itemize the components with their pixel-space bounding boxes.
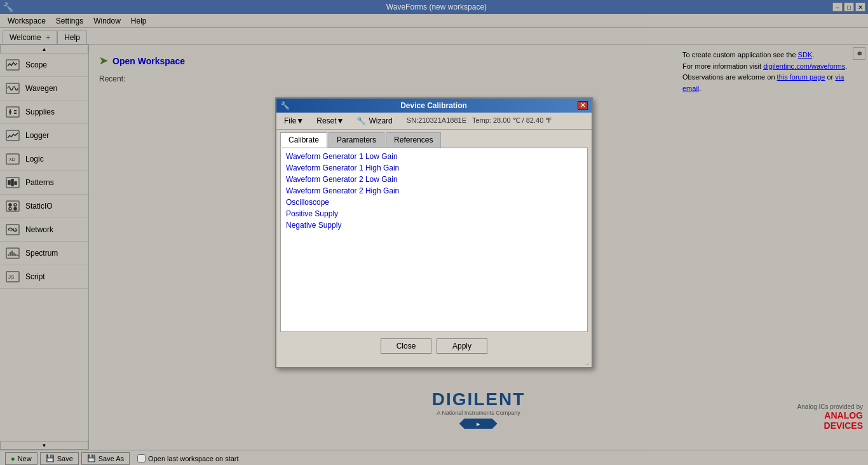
modal-reset-button[interactable]: Reset▼ [313,115,348,127]
modal-tab-bar: Calibrate Parameters References [276,130,592,148]
modal-close-button[interactable]: Close [381,338,431,354]
modal-tab-calibrate[interactable]: Calibrate [280,132,327,148]
modal-app-icon: 🔧 [280,101,290,110]
modal-tab-parameters[interactable]: Parameters [329,132,384,148]
device-calibration-modal: 🔧 Device Calibration ✕ File▼ Reset▼ 🔧 Wi… [275,97,593,368]
modal-wizard-button[interactable]: 🔧 Wizard [353,115,396,127]
calibration-item-1[interactable]: Waveform Generator 1 High Gain [283,162,585,174]
wizard-icon: 🔧 [356,116,366,125]
calibration-item-5[interactable]: Positive Supply [283,208,585,219]
modal-apply-button[interactable]: Apply [437,338,487,354]
modal-calibration-list: Waveform Generator 1 Low Gain Waveform G… [280,148,588,332]
modal-resize-handle[interactable]: ⌟ [276,357,592,367]
calibration-item-0[interactable]: Waveform Generator 1 Low Gain [283,151,585,162]
calibration-item-6[interactable]: Negative Supply [283,219,585,231]
modal-titlebar: 🔧 Device Calibration ✕ [276,99,592,113]
calibration-item-2[interactable]: Waveform Generator 2 Low Gain [283,174,585,185]
modal-file-button[interactable]: File▼ [280,115,308,127]
modal-tab-references[interactable]: References [386,132,441,148]
calibration-item-3[interactable]: Waveform Generator 2 High Gain [283,185,585,197]
modal-device-sn: SN:210321A1881E Temp: 28.00 ℃ / 82.40 ℉ [407,116,552,125]
modal-overlay: 🔧 Device Calibration ✕ File▼ Reset▼ 🔧 Wi… [0,0,868,465]
modal-close-x-button[interactable]: ✕ [578,101,588,110]
modal-toolbar: File▼ Reset▼ 🔧 Wizard SN:210321A1881E Te… [276,113,592,130]
modal-footer: Close Apply [276,335,592,357]
calibration-item-4[interactable]: Oscilloscope [283,197,585,208]
modal-title: Device Calibration [290,101,578,110]
